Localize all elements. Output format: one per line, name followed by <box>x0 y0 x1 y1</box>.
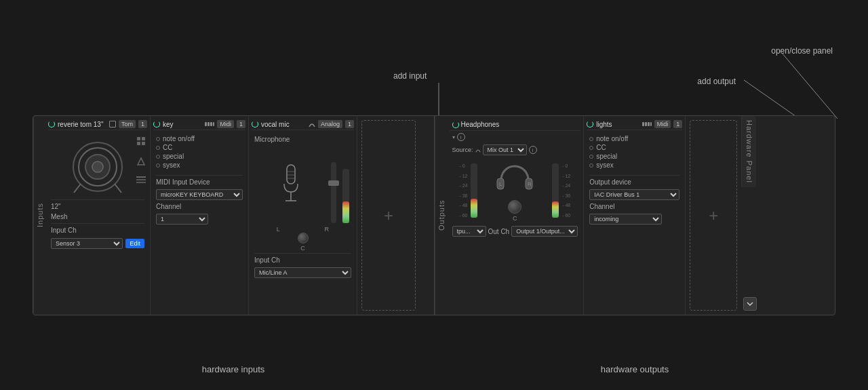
svg-marker-19 <box>138 158 144 165</box>
vocal-mic-type-badge: Analog <box>318 120 342 128</box>
svg-rect-20 <box>136 176 146 178</box>
add-output-button[interactable]: + <box>690 120 737 311</box>
vocal-mic-power-icon[interactable] <box>252 121 258 128</box>
svg-rect-22 <box>136 182 146 183</box>
headphones-db-labels-left: - 0 - 12 - 24 - 36 - 48 - 60 <box>459 163 467 218</box>
headphones-input-select[interactable]: tpu... <box>452 226 486 237</box>
headphones-left-fill <box>471 199 477 218</box>
vocal-mic-fader[interactable] <box>331 162 336 223</box>
svg-line-14 <box>115 184 121 193</box>
lights-channel-name: lights <box>596 121 639 128</box>
lights-option-cc: CC <box>589 143 679 152</box>
headphones-source-label: Source: <box>452 147 473 153</box>
drum-input-label: Input Ch <box>51 225 144 235</box>
headphones-c-knob-group: C <box>508 200 521 222</box>
svg-rect-16 <box>142 137 145 140</box>
bottom-labels-area: hardware inputs hardware outputs <box>33 363 835 375</box>
headphones-info-icon[interactable]: i <box>457 133 465 141</box>
headphones-c-label: C <box>513 215 517 222</box>
microphone-visual <box>254 147 327 223</box>
lights-dot-note <box>589 137 593 141</box>
key-channel-body: note on/off CC special sysex <box>153 133 245 312</box>
drum-channel-name: reverie tom 13" <box>58 121 106 128</box>
add-output-plus-icon: + <box>709 208 718 224</box>
headphones-svg: L R <box>494 159 535 200</box>
vocal-mic-channel-strip: vocal mic Analog 1 Microphone <box>249 116 357 315</box>
lights-dot-sysex <box>589 163 593 168</box>
drum-input-ch-select[interactable]: Sensor 3 <box>51 238 123 249</box>
key-ch-badge: 1 <box>237 120 245 128</box>
add-input-button[interactable]: + <box>361 120 416 311</box>
key-option-sysex: sysex <box>156 161 243 170</box>
key-dot-cc <box>156 146 160 150</box>
drum-edit-icon <box>136 157 146 169</box>
headphones-out-ch-label: Out Ch <box>488 227 510 237</box>
key-midi-icon <box>205 121 214 127</box>
headphones-power-icon[interactable] <box>452 121 459 128</box>
lights-option-note: note on/off <box>589 134 679 143</box>
headphones-source-select[interactable]: Mix Out 1 <box>483 144 527 155</box>
svg-rect-26 <box>213 122 214 126</box>
drum-grid-icon <box>136 136 146 149</box>
key-channel-select[interactable]: 1 <box>156 214 208 225</box>
headphones-channel-strip: Headphones ▾ i Source: Mix Out 1 i <box>447 116 585 315</box>
headphones-right-meter <box>552 163 559 218</box>
key-type-badge: Midi <box>217 120 234 128</box>
lights-power-icon[interactable] <box>587 121 593 128</box>
headphones-source-row: Source: Mix Out 1 i <box>450 143 581 157</box>
mic-svg <box>277 161 304 209</box>
vocal-mic-db-meter <box>340 169 351 223</box>
drum-input-ch-row[interactable]: Sensor 3 Edit <box>51 238 144 249</box>
lights-channel-label: Channel <box>589 201 679 212</box>
vocal-mic-center-knob[interactable] <box>298 233 309 243</box>
drum-channel-header: reverie tom 13" Tom 1 <box>48 119 147 130</box>
key-device-select[interactable]: microKEY KEYBOARD <box>156 189 243 200</box>
lights-ch-badge: 1 <box>673 120 682 128</box>
hardware-inputs-label: hardware inputs <box>33 363 434 375</box>
headphones-icon-visual: L R C <box>494 159 535 222</box>
outputs-section: Outputs Headphones ▾ i Source: <box>435 116 835 315</box>
svg-line-1 <box>744 80 800 119</box>
drum-table-icon <box>136 174 146 186</box>
vocal-mic-lr-labels: L R <box>254 226 351 233</box>
lights-channel-header: lights Midi 1 <box>587 119 682 130</box>
vocal-mic-channel-body: Microphone <box>252 133 354 312</box>
key-option-cc: CC <box>156 143 243 152</box>
lights-type-badge: Midi <box>654 120 671 128</box>
headphones-bottom-row: tpu... Out Ch Output 1/Output... <box>450 225 581 238</box>
inputs-label: Inputs <box>33 116 45 315</box>
drum-size-row: 12" <box>51 201 144 212</box>
headphones-controls-row: ▾ i <box>450 131 581 143</box>
lights-channel-select[interactable]: incoming <box>589 214 661 225</box>
key-channel-strip: key Midi 1 note on/off <box>151 116 249 315</box>
vocal-mic-fader-thumb[interactable] <box>328 180 339 186</box>
headphones-right-fill <box>552 201 559 218</box>
drum-type-badge: Tom <box>119 120 136 128</box>
svg-rect-38 <box>645 122 647 126</box>
lights-output-device-select[interactable]: IAC Driver Bus 1 <box>589 189 679 200</box>
drum-power-icon[interactable] <box>48 121 55 128</box>
drum-visual <box>71 140 125 194</box>
headphones-source-info-icon[interactable]: i <box>529 146 537 154</box>
annotation-add-output: add output <box>697 77 736 86</box>
headphones-out-ch-select[interactable]: Output 1/Output... <box>511 226 578 237</box>
main-panel: Inputs reverie tom 13" Tom 1 <box>33 115 835 315</box>
vocal-mic-input-select[interactable]: Mic/Line A <box>254 267 351 278</box>
drum-mesh-row: Mesh <box>51 212 144 222</box>
svg-line-0 <box>782 53 837 119</box>
drum-edit-button[interactable]: Edit <box>125 239 144 248</box>
annotation-add-input: add input <box>393 71 427 81</box>
key-dot-note <box>156 137 160 141</box>
headphones-chevron[interactable]: ▾ <box>452 134 455 140</box>
headphones-c-knob[interactable] <box>508 200 521 214</box>
open-close-panel-button[interactable] <box>743 297 757 311</box>
chevron-down-icon <box>746 300 754 308</box>
headphones-left-meter <box>471 163 477 218</box>
drum-save-icon[interactable] <box>109 121 116 128</box>
lights-dot-special <box>589 155 593 159</box>
key-power-icon[interactable] <box>153 121 160 128</box>
svg-rect-24 <box>208 122 210 126</box>
vocal-mic-fader-track[interactable] <box>331 162 336 223</box>
svg-rect-23 <box>205 122 207 126</box>
lights-output-device-label: Output device <box>589 177 679 187</box>
